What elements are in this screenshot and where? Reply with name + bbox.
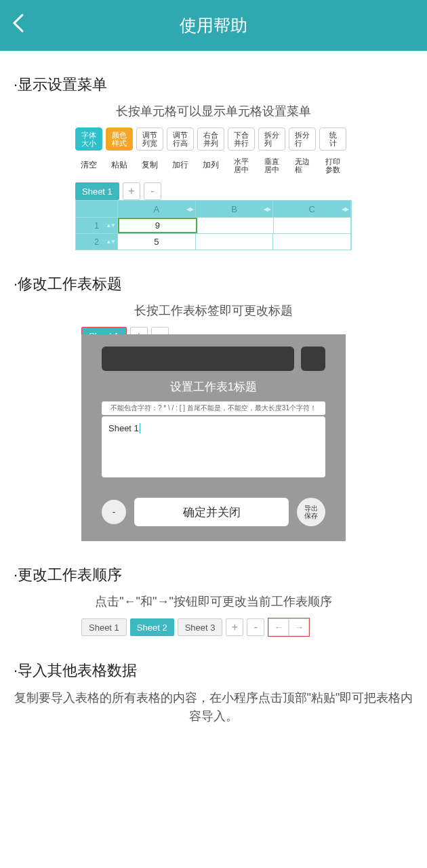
dialog-bg-bar — [301, 347, 325, 371]
menu-col-width: 调节 列宽 — [136, 127, 163, 151]
menu-add-col: 加列 — [197, 154, 224, 177]
move-right-icon: → — [289, 618, 309, 636]
dialog-input: Sheet 1 — [102, 416, 325, 477]
menu-row-1: 字体 大小 颜色 样式 调节 列宽 调节 行高 右合 并列 下合 并行 拆分 列… — [75, 127, 352, 151]
cell-a2: 5 — [118, 234, 196, 250]
tab-sheet1: Sheet 1 — [75, 182, 119, 200]
tab-sheet1: Sheet 1 — [81, 618, 127, 636]
menu-h-center: 水平 居中 — [228, 154, 255, 177]
row-header-2: 2▲▼ — [76, 234, 118, 250]
tab-add-icon: + — [123, 182, 140, 200]
dialog-minus-button: - — [102, 500, 126, 524]
menu-row-2: 清空 粘贴 复制 加行 加列 水平 居中 垂直 居中 无边 框 打印 参数 — [75, 154, 352, 177]
move-left-icon: ← — [268, 618, 289, 636]
cell-a1: 9 — [118, 218, 197, 233]
menu-merge-down: 下合 并行 — [228, 127, 255, 151]
tab-sheet3: Sheet 3 — [178, 618, 223, 636]
cell-c1 — [274, 218, 351, 233]
col-header-c: C◀▶ — [273, 201, 351, 217]
section-subtitle-rename: 长按工作表标签即可更改标题 — [14, 302, 413, 319]
section-title-import: ·导入其他表格数据 — [14, 660, 413, 681]
menu-merge-right: 右合 并列 — [197, 127, 224, 151]
section-body-import: 复制要导入表格的所有表格的内容，在小程序点击顶部"粘贴"即可把表格内容导入。 — [14, 689, 413, 726]
menu-add-row: 加行 — [167, 154, 194, 177]
dialog-title: 设置工作表1标题 — [102, 379, 325, 395]
dialog-export-save-button: 导出保存 — [297, 498, 325, 526]
menu-clear: 清空 — [75, 154, 102, 177]
screenshot-reorder: Sheet 1 Sheet 2 Sheet 3 + - ← → — [81, 618, 346, 637]
menu-print: 打印 参数 — [319, 154, 346, 177]
spreadsheet-grid-1: A◀▶ B◀▶ C◀▶ 1▲▼ 9 2▲▼ 5 — [75, 200, 352, 250]
menu-v-center: 垂直 居中 — [258, 154, 285, 177]
menu-no-border: 无边 框 — [289, 154, 316, 177]
menu-paste: 粘贴 — [106, 154, 133, 177]
row-header-1: 1▲▼ — [76, 218, 118, 233]
screenshot-rename-dialog: Sheet 1 + - A◀▶ B◀▶ C◀▶ 1▲▼92▲▼53▲▼34▲▼2… — [81, 327, 346, 541]
screenshot-cell-menu: 字体 大小 颜色 样式 调节 列宽 调节 行高 右合 并列 下合 并行 拆分 列… — [75, 127, 352, 250]
col-header-a: A◀▶ — [118, 201, 196, 217]
tab-remove-icon: - — [247, 618, 264, 636]
section-subtitle-menu: 长按单元格可以显示单元格设置菜单 — [14, 103, 413, 119]
menu-copy: 复制 — [136, 154, 163, 177]
cell-b1 — [197, 218, 274, 233]
menu-color-style: 颜色 样式 — [106, 127, 133, 151]
dialog-hint: 不能包含字符：? * \ / : [ ] 首尾不能是，不能空，最大长度31个字符… — [102, 401, 325, 415]
menu-stats: 统 计 — [319, 127, 346, 151]
col-header-b: B◀▶ — [196, 201, 274, 217]
section-title-menu: ·显示设置菜单 — [14, 75, 413, 95]
section-subtitle-reorder: 点击"←"和"→"按钮即可更改当前工作表顺序 — [14, 593, 413, 610]
tab-remove-icon: - — [144, 182, 161, 200]
grid-corner — [76, 201, 118, 217]
back-icon[interactable] — [10, 12, 25, 39]
section-title-reorder: ·更改工作表顺序 — [14, 565, 413, 585]
menu-split-col: 拆分 列 — [258, 127, 285, 151]
page-title: 使用帮助 — [0, 14, 427, 37]
app-header: 使用帮助 — [0, 0, 427, 51]
tab-sheet2-active: Sheet 2 — [130, 618, 174, 636]
section-title-rename: ·修改工作表标题 — [14, 274, 413, 294]
menu-row-height: 调节 行高 — [167, 127, 194, 151]
dialog-confirm-button: 确定并关闭 — [134, 498, 289, 526]
menu-split-row: 拆分 行 — [289, 127, 316, 151]
reorder-arrows: ← → — [268, 618, 310, 637]
menu-font-size: 字体 大小 — [75, 127, 102, 151]
sheet-tabs: Sheet 1 + - — [75, 182, 352, 200]
cell-c2 — [273, 234, 351, 250]
dialog-bg-bar — [102, 347, 294, 371]
cell-b2 — [196, 234, 274, 250]
tab-add-icon: + — [226, 618, 243, 636]
rename-dialog: 设置工作表1标题 不能包含字符：? * \ / : [ ] 首尾不能是，不能空，… — [81, 334, 346, 541]
